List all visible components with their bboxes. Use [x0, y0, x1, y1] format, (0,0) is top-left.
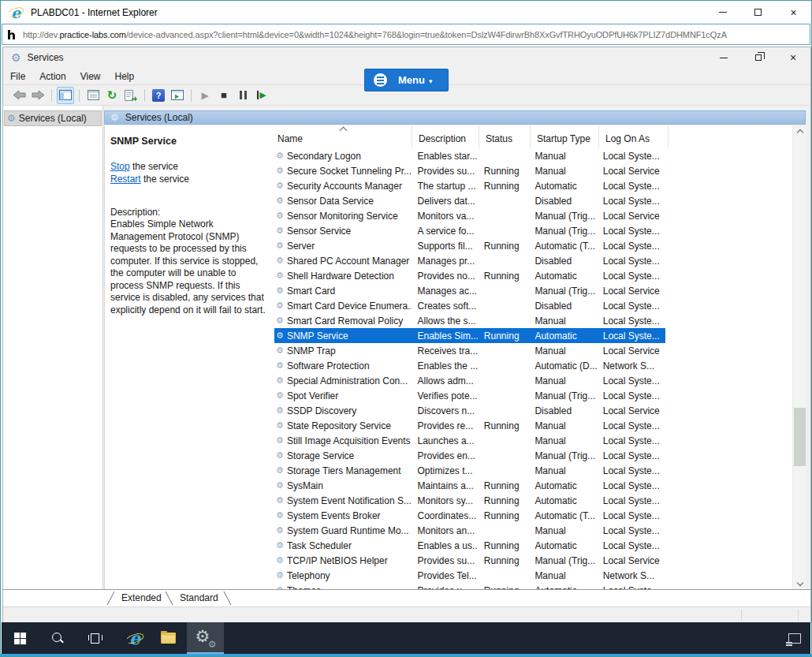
service-row[interactable]: ⚙Secure Socket Tunneling Pr...Provides s… [274, 163, 665, 178]
service-row[interactable]: ⚙System Guard Runtime Mo...Monitors an..… [274, 523, 665, 538]
console-tree-icon [59, 90, 72, 100]
service-name: Shell Hardware Detection [287, 271, 394, 282]
properties-button[interactable] [84, 87, 102, 104]
stop-service-button[interactable]: ■ [215, 87, 233, 104]
service-row[interactable]: ⚙Storage Tiers ManagementOptimizes t...M… [274, 463, 665, 478]
service-row[interactable]: ⚙Storage ServiceProvides en...Manual (Tr… [274, 448, 665, 463]
export-list-button[interactable] [122, 87, 140, 104]
menu-file[interactable]: File [3, 68, 32, 84]
internet-explorer-icon: e [8, 5, 24, 21]
service-gear-icon: ⚙ [276, 361, 284, 370]
back-button[interactable] [10, 87, 28, 104]
service-row[interactable]: ⚙Shared PC Account ManagerManages pr...D… [274, 253, 665, 268]
service-name: Smart Card [287, 286, 335, 297]
service-row[interactable]: ⚙Still Image Acquisition EventsLaunches … [274, 433, 665, 448]
services-gears-icon: ⚙⚙ [196, 628, 216, 647]
refresh-icon: ↻ [107, 89, 117, 101]
back-arrow-icon [13, 90, 26, 100]
service-name: Telephony [287, 570, 330, 581]
tab-extended[interactable]: Extended [121, 592, 162, 603]
service-row[interactable]: ⚙SysMainMaintains a...RunningAutomaticLo… [274, 478, 665, 493]
service-row[interactable]: ⚙ThemesProvides u...RunningAutomaticLoca… [274, 583, 665, 589]
service-row[interactable]: ⚙Shell Hardware DetectionProvides no...R… [274, 268, 665, 283]
ie-address-bar[interactable]: http://dev.practice-labs.com/device-adva… [2, 24, 810, 45]
vertical-scrollbar[interactable] [792, 125, 806, 589]
restart-service-button[interactable]: ▶ [253, 87, 270, 104]
search-icon [51, 632, 64, 644]
restart-service-link[interactable]: Restart [110, 174, 141, 185]
service-row[interactable]: ⚙SNMP TrapReceives tra...ManualLocal Ser… [274, 343, 665, 358]
service-row[interactable]: ⚙SSDP DiscoveryDiscovers n...DisabledLoc… [274, 403, 665, 418]
service-row[interactable]: ⚙Security Accounts ManagerThe startup ..… [274, 178, 665, 193]
service-row[interactable]: ⚙Special Administration Con...Allows adm… [274, 373, 665, 388]
column-header-description[interactable]: Description [412, 125, 479, 148]
service-row[interactable]: ⚙Sensor Data ServiceDelivers dat...Disab… [274, 193, 665, 208]
menu-view[interactable]: View [73, 68, 108, 84]
services-window-title: Services [28, 52, 64, 63]
service-row[interactable]: ⚙Sensor ServiceA service fo...Manual (Tr… [274, 223, 665, 238]
taskbar-search-button[interactable] [39, 622, 76, 654]
service-row[interactable]: ⚙Task SchedulerEnables a us...RunningAut… [274, 538, 665, 553]
pause-service-button[interactable] [234, 87, 251, 104]
forward-arrow-icon [32, 90, 45, 100]
tree-item-services-local[interactable]: ⚙ Services (Local) [4, 110, 102, 126]
services-close-button[interactable]: × [776, 47, 810, 68]
service-row[interactable]: ⚙System Event Notification S...Monitors … [274, 493, 665, 508]
ie-minimize-button[interactable] [705, 1, 740, 24]
service-row[interactable]: ⚙Smart CardManages ac...Manual (Trig...L… [274, 283, 665, 298]
service-name: Smart Card Removal Policy [287, 315, 403, 327]
menu-action[interactable]: Action [32, 68, 73, 84]
service-row[interactable]: ⚙TCP/IP NetBIOS HelperProvides su...Runn… [274, 553, 665, 568]
service-row[interactable]: ⚙Sensor Monitoring ServiceMonitors va...… [274, 208, 665, 223]
lab-menu-button[interactable]: Menu ▾ [364, 69, 449, 91]
scroll-up-arrow[interactable] [793, 125, 806, 139]
column-header-startup-type[interactable]: Startup Type [531, 125, 599, 148]
start-button[interactable] [2, 622, 39, 654]
scroll-down-arrow[interactable] [793, 576, 806, 589]
show-action-pane-button[interactable] [169, 87, 186, 104]
ie-close-button[interactable]: × [776, 1, 811, 24]
service-row[interactable]: ⚙Smart Card Device Enumera...Creates sof… [274, 298, 665, 313]
service-row[interactable]: ⚙Smart Card Removal PolicyAllows the s..… [274, 313, 665, 328]
windows-logo-icon [14, 633, 26, 644]
service-row[interactable]: ⚙Spot VerifierVerifies pote...Manual (Tr… [274, 388, 665, 403]
column-header-name[interactable]: Name [274, 125, 412, 148]
service-row[interactable]: ⚙TelephonyProvides Tel...ManualNetwork S… [274, 568, 665, 583]
service-row[interactable]: ⚙Software ProtectionEnables the ...Autom… [274, 358, 665, 373]
service-gear-icon: ⚙ [276, 166, 284, 175]
service-row[interactable]: ⚙State Repository ServiceProvides re...R… [274, 418, 665, 433]
show-console-tree-button[interactable] [57, 87, 74, 104]
stop-service-link[interactable]: Stop [110, 161, 130, 172]
console-tree-pane: ⚙ Services (Local) [3, 106, 103, 589]
column-header-status[interactable]: Status [479, 125, 531, 148]
service-row[interactable]: ⚙SNMP ServiceEnables Sim...RunningAutoma… [274, 328, 665, 343]
services-gear-icon: ⚙ [110, 113, 119, 122]
chevron-down-icon: ▾ [429, 77, 433, 85]
taskbar-ie-button[interactable]: e [113, 622, 150, 654]
task-view-button[interactable] [76, 622, 113, 654]
service-row[interactable]: ⚙Secondary LogonEnables star...ManualLoc… [274, 148, 665, 163]
taskbar-services-button[interactable]: ⚙⚙ [187, 622, 224, 654]
service-row[interactable]: ⚙ServerSupports fil...RunningAutomatic (… [274, 238, 665, 253]
service-gear-icon: ⚙ [276, 241, 284, 250]
service-name: State Repository Service [287, 420, 391, 431]
service-name: System Guard Runtime Mo... [287, 525, 409, 536]
help-button[interactable]: ? [150, 87, 167, 104]
ie-maximize-button[interactable] [740, 1, 776, 24]
services-restore-button[interactable] [741, 47, 776, 68]
tab-standard[interactable]: Standard [180, 592, 218, 603]
service-row[interactable]: ⚙System Events BrokerCoordinates...Runni… [274, 508, 665, 523]
start-service-button[interactable]: ▶ [196, 87, 214, 104]
refresh-button[interactable]: ↻ [103, 87, 121, 104]
scrollbar-thumb[interactable] [794, 408, 806, 466]
service-name: Task Scheduler [287, 540, 352, 551]
forward-button[interactable] [29, 87, 47, 104]
service-gear-icon: ⚙ [276, 421, 284, 430]
service-name: Still Image Acquisition Events [287, 435, 411, 446]
taskbar-system-tray[interactable] [788, 622, 810, 654]
menu-help[interactable]: Help [108, 68, 142, 84]
taskbar-file-explorer-button[interactable] [150, 622, 187, 654]
column-header-log-on-as[interactable]: Log On As [599, 125, 669, 148]
services-minimize-button[interactable] [706, 47, 741, 68]
help-icon: ? [152, 89, 165, 102]
